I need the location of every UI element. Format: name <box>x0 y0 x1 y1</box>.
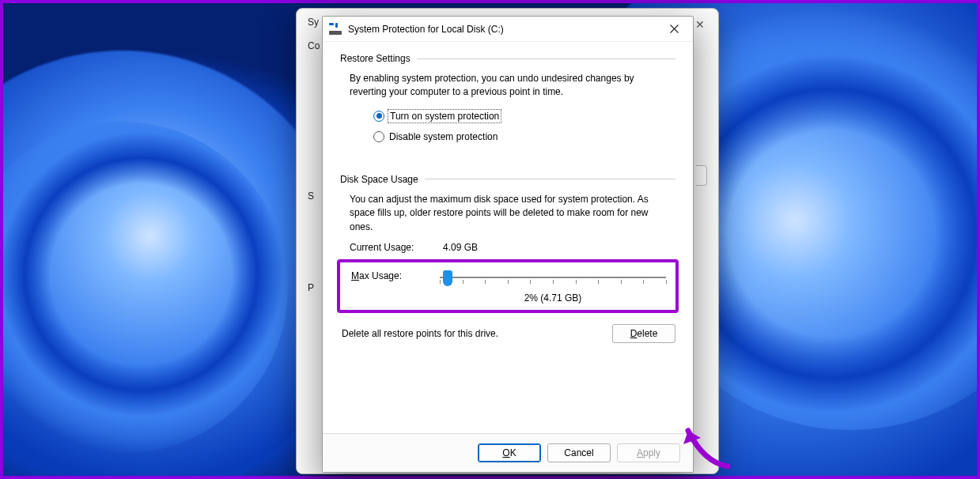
titlebar[interactable]: System Protection for Local Disk (C:) <box>323 17 693 42</box>
radio-icon <box>373 131 384 142</box>
radio-turn-on-label: Turn on system protection <box>389 111 500 122</box>
dialog-footer: OK Cancel Apply <box>323 433 693 472</box>
close-button[interactable] <box>660 19 688 40</box>
delete-button[interactable]: Delete <box>612 324 675 343</box>
slider-track <box>440 277 666 278</box>
divider <box>425 179 675 179</box>
apply-button[interactable]: Apply <box>617 443 680 462</box>
restore-settings-description: By enabling system protection, you can u… <box>340 72 675 100</box>
close-icon <box>670 25 679 33</box>
divider <box>417 58 675 59</box>
delete-restore-points-text: Delete all restore points for this drive… <box>340 328 612 339</box>
radio-turn-on-protection[interactable]: Turn on system protection <box>373 111 675 122</box>
max-usage-highlight: Max Usage: 2% (4.71 GB) <box>337 259 679 313</box>
dialog-title: System Protection for Local Disk (C:) <box>348 24 660 35</box>
system-protection-dialog: System Protection for Local Disk (C:) Re… <box>322 16 694 473</box>
disk-space-description: You can adjust the maximum disk space us… <box>340 193 675 234</box>
cancel-button[interactable]: Cancel <box>547 443 611 462</box>
max-usage-label: Max Usage: <box>351 269 438 281</box>
restore-settings-heading: Restore Settings <box>340 53 411 64</box>
radio-disable-label: Disable system protection <box>389 131 498 142</box>
disk-space-heading: Disk Space Usage <box>340 174 418 185</box>
current-usage-value: 4.09 GB <box>443 242 478 253</box>
max-usage-slider[interactable]: 2% (4.71 GB) <box>438 269 668 304</box>
ok-button[interactable]: OK <box>478 443 541 462</box>
radio-icon <box>373 111 384 122</box>
radio-disable-protection[interactable]: Disable system protection <box>373 131 675 142</box>
current-usage-label: Current Usage: <box>350 242 443 253</box>
max-usage-value: 2% (4.71 GB) <box>438 292 668 304</box>
system-protection-icon <box>329 23 342 36</box>
slider-ticks <box>440 280 666 288</box>
